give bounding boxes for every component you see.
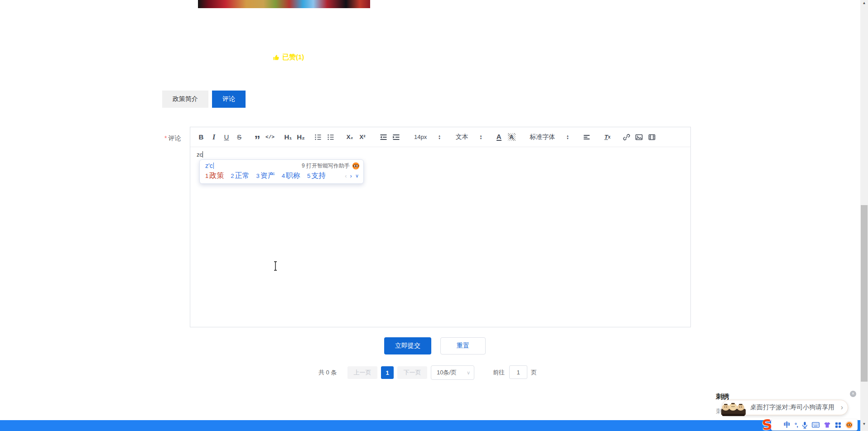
outdent-icon [380,134,387,141]
font-color-button[interactable]: A [494,130,503,144]
video-button[interactable] [647,130,656,144]
page-size-select[interactable]: 10条/页 ∨ [431,365,474,380]
pagination-total: 共 0 条 [318,369,337,377]
ime-candidate-1[interactable]: 1政策 [205,171,224,181]
ime-candidate-2[interactable]: 2正常 [231,171,249,181]
outdent-button[interactable] [379,130,388,144]
page-size-value: 10条/页 [437,369,457,377]
reset-button[interactable]: 重置 [440,337,486,354]
font-size-select[interactable]: 14px ▴▾ [414,130,440,144]
comment-editor[interactable]: B I U S ” </> H₁ H₂ X₂ X² 14px [190,127,691,327]
ime-notification-toast[interactable]: 桌面打字派对:寿司小狗请享用 › [722,400,848,415]
ime-candidate-4[interactable]: 4职称 [282,171,300,181]
link-icon [623,134,630,141]
scroll-down-icon[interactable]: ▼ [860,422,868,426]
blockquote-button[interactable]: ” [253,128,262,147]
scrollbar-thumb[interactable] [861,205,868,382]
tab-policy-intro[interactable]: 政策简介 [162,91,208,108]
goto-label: 前往 [493,369,505,377]
liked-label: 已赞(1) [282,53,304,62]
bg-color-glyph: A [508,133,516,141]
assistant-hint-text: 9 打开智能写作助手 [302,162,350,170]
keyboard-icon[interactable] [812,422,820,428]
ai-assistant-icon [352,162,360,170]
video-icon [648,134,656,141]
ime-language-toggle[interactable]: 中 [784,421,791,429]
updown-icon: ▴▾ [439,134,440,140]
bold-button[interactable]: B [197,130,206,144]
toast-text: 桌面打字派对:寿司小狗请享用 [750,403,834,412]
ime-expand-icon[interactable]: ∨ [355,173,359,179]
align-icon [583,134,590,141]
updown-icon: ▴▾ [480,134,482,140]
ime-candidate-window: z'c 9 打开智能写作助手 1政策 2正常 3资产 4职称 5支持 ‹ › ∨ [199,159,364,184]
code-button[interactable]: </> [265,130,275,144]
page-1-button[interactable]: 1 [381,366,394,379]
goto-page-input[interactable] [509,365,527,379]
ime-prev-page-icon[interactable]: ‹ [345,172,347,179]
updown-icon: ▴▾ [567,134,569,140]
align-button[interactable] [582,130,591,144]
editor-typed-text: zc [197,151,203,158]
comment-label-text: 评论 [168,134,181,142]
ime-next-page-icon[interactable]: › [350,172,352,179]
heading1-button[interactable]: H₁ [284,130,293,144]
chevron-down-icon: ∨ [467,370,470,376]
article-image [198,0,370,8]
clear-format-button[interactable]: Tx [603,130,612,144]
image-icon [635,134,643,141]
editor-toolbar: B I U S ” </> H₁ H₂ X₂ X² 14px [190,127,690,147]
ordered-list-button[interactable] [313,130,323,144]
goto-unit-label: 页 [531,369,537,377]
scrollbar[interactable]: ▲ ▼ [860,0,868,431]
sogou-ime-toolbar: 中 °, [771,419,858,431]
indent-button[interactable] [391,130,400,144]
toast-close-icon[interactable]: × [850,391,856,397]
font-family-select[interactable]: 标准字体 ▴▾ [530,130,569,144]
ime-assistant-hint[interactable]: 9 打开智能写作助手 [302,162,360,170]
toolbox-grid-icon[interactable] [835,422,841,428]
italic-button[interactable]: I [209,130,218,144]
clear-format-x: x [608,134,611,139]
text-caret [203,151,203,158]
bg-color-button[interactable]: A [507,130,516,144]
skin-shirt-icon[interactable] [824,421,831,428]
required-mark: * [164,134,167,142]
page: 已赞(1) 政策简介 评论 *评论 B I U S ” </> H₁ H₂ X₂… [0,0,868,431]
clear-format-t: T [604,134,608,140]
heading2-button[interactable]: H₂ [296,130,305,144]
tab-comments[interactable]: 评论 [212,91,246,108]
font-color-glyph: A [497,134,502,141]
prev-page-button[interactable]: 上一页 [347,366,377,379]
format-value: 文本 [456,133,468,141]
thumbs-up-icon [273,54,280,61]
underline-button[interactable]: U [222,130,231,144]
chevron-right-icon[interactable]: › [841,404,843,411]
ordered-list-icon [314,134,322,141]
submit-button[interactable]: 立即提交 [384,337,431,354]
format-select[interactable]: 文本 ▴▾ [456,130,482,144]
font-size-value: 14px [414,134,427,140]
ime-composition: z'c [205,162,214,170]
subscript-button[interactable]: X₂ [345,130,354,144]
unordered-list-button[interactable] [326,130,335,144]
ime-candidate-3[interactable]: 3资产 [256,171,275,181]
liked-badge[interactable]: 已赞(1) [273,53,304,62]
unordered-list-icon [327,134,334,141]
microphone-icon[interactable] [802,421,808,429]
comment-field-label: *评论 [164,134,181,143]
superscript-button[interactable]: X² [358,130,367,144]
next-page-button[interactable]: 下一页 [397,366,427,379]
font-family-value: 标准字体 [530,133,555,141]
ime-punctuation-toggle[interactable]: °, [795,421,798,428]
indent-icon [392,134,400,141]
image-button[interactable] [635,130,644,144]
scroll-up-icon[interactable]: ▲ [860,1,868,5]
link-button[interactable] [622,130,631,144]
strikethrough-button[interactable]: S [235,130,244,144]
ai-assistant-tray-icon[interactable] [845,421,853,429]
sogou-logo-icon[interactable]: S [761,416,772,431]
ime-candidate-5[interactable]: 5支持 [307,171,326,181]
mouse-ibeam-cursor [272,261,279,273]
sushi-dogs-image [720,401,747,419]
